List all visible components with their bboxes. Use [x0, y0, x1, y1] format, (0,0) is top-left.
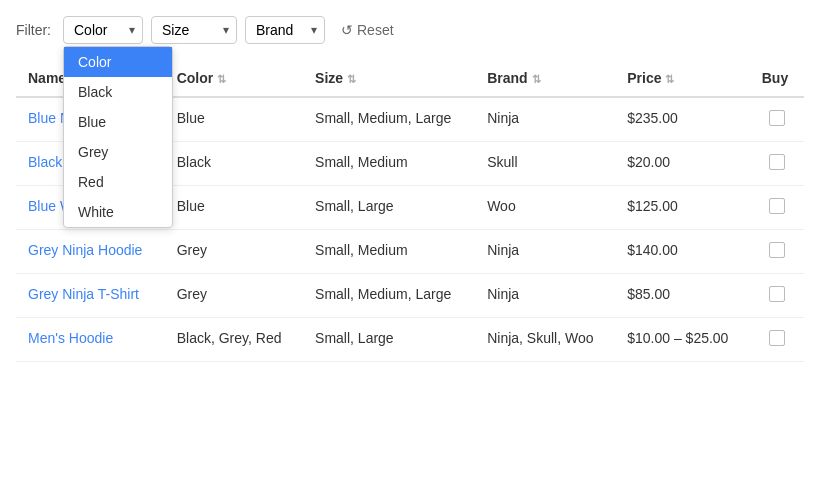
product-price: $20.00: [615, 142, 750, 186]
col-header-color[interactable]: Color⇅: [165, 60, 303, 97]
product-buy[interactable]: [750, 142, 804, 186]
buy-checkbox[interactable]: [769, 286, 785, 302]
col-header-buy[interactable]: Buy⇅: [750, 60, 804, 97]
product-size: Small, Large: [303, 186, 475, 230]
product-price: $140.00: [615, 230, 750, 274]
reset-icon: ↺: [341, 22, 353, 38]
brand-filter-select[interactable]: BrandNinjaSkullWoo: [245, 16, 325, 44]
col-header-brand[interactable]: Brand⇅: [475, 60, 615, 97]
table-row: Grey Ninja T-ShirtGreySmall, Medium, Lar…: [16, 274, 804, 318]
color-dropdown-menu: ColorBlackBlueGreyRedWhite: [63, 46, 173, 228]
sort-icon-brand: ⇅: [532, 73, 541, 86]
color-option-white[interactable]: White: [64, 197, 172, 227]
product-brand: Ninja: [475, 230, 615, 274]
product-price: $125.00: [615, 186, 750, 230]
table-row: Men's HoodieBlack, Grey, RedSmall, Large…: [16, 318, 804, 362]
filter-label: Filter:: [16, 22, 51, 38]
color-option-grey[interactable]: Grey: [64, 137, 172, 167]
product-buy[interactable]: [750, 186, 804, 230]
product-size: Small, Large: [303, 318, 475, 362]
product-brand: Ninja: [475, 274, 615, 318]
product-name[interactable]: Men's Hoodie: [16, 318, 165, 362]
product-buy[interactable]: [750, 97, 804, 142]
size-filter-wrapper[interactable]: SizeSmallMediumLarge: [151, 16, 237, 44]
product-color: Black: [165, 142, 303, 186]
product-size: Small, Medium, Large: [303, 97, 475, 142]
product-buy[interactable]: [750, 230, 804, 274]
product-color: Grey: [165, 274, 303, 318]
buy-checkbox[interactable]: [769, 110, 785, 126]
col-header-size[interactable]: Size⇅: [303, 60, 475, 97]
color-option-black[interactable]: Black: [64, 77, 172, 107]
product-brand: Woo: [475, 186, 615, 230]
sort-icon-size: ⇅: [347, 73, 356, 86]
product-color: Grey: [165, 230, 303, 274]
product-size: Small, Medium: [303, 230, 475, 274]
reset-label: Reset: [357, 22, 394, 38]
product-color: Blue: [165, 97, 303, 142]
color-filter-wrapper[interactable]: ColorBlackBlueGreyRedWhite ColorBlackBlu…: [63, 16, 143, 44]
buy-checkbox[interactable]: [769, 154, 785, 170]
product-brand: Ninja: [475, 97, 615, 142]
buy-checkbox[interactable]: [769, 198, 785, 214]
product-brand: Skull: [475, 142, 615, 186]
col-header-price[interactable]: Price⇅: [615, 60, 750, 97]
product-name[interactable]: Grey Ninja Hoodie: [16, 230, 165, 274]
product-size: Small, Medium, Large: [303, 274, 475, 318]
product-size: Small, Medium: [303, 142, 475, 186]
buy-checkbox[interactable]: [769, 242, 785, 258]
sort-icon-color: ⇅: [217, 73, 226, 86]
buy-checkbox[interactable]: [769, 330, 785, 346]
brand-filter-wrapper[interactable]: BrandNinjaSkullWoo: [245, 16, 325, 44]
product-color: Blue: [165, 186, 303, 230]
sort-icon-price: ⇅: [665, 73, 674, 86]
filter-bar: Filter: ColorBlackBlueGreyRedWhite Color…: [16, 16, 804, 44]
reset-button[interactable]: ↺ Reset: [333, 18, 402, 42]
product-name[interactable]: Grey Ninja T-Shirt: [16, 274, 165, 318]
color-option-blue[interactable]: Blue: [64, 107, 172, 137]
size-filter-select[interactable]: SizeSmallMediumLarge: [151, 16, 237, 44]
product-price: $235.00: [615, 97, 750, 142]
color-filter-select[interactable]: ColorBlackBlueGreyRedWhite: [63, 16, 143, 44]
color-option-color[interactable]: Color: [64, 47, 172, 77]
color-option-red[interactable]: Red: [64, 167, 172, 197]
product-price: $10.00 – $25.00: [615, 318, 750, 362]
product-brand: Ninja, Skull, Woo: [475, 318, 615, 362]
product-price: $85.00: [615, 274, 750, 318]
product-buy[interactable]: [750, 274, 804, 318]
product-color: Black, Grey, Red: [165, 318, 303, 362]
table-row: Grey Ninja HoodieGreySmall, MediumNinja$…: [16, 230, 804, 274]
product-buy[interactable]: [750, 318, 804, 362]
